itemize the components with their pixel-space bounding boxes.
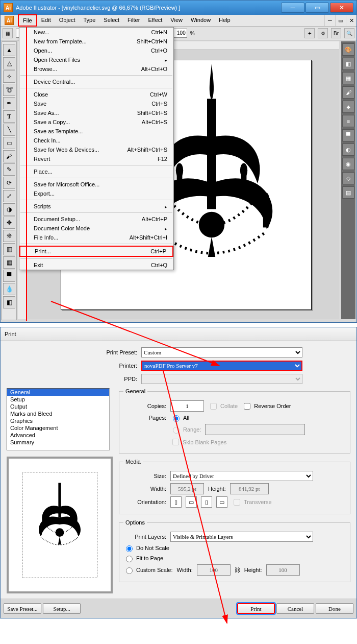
menu-edit[interactable]: Edit: [37, 15, 55, 26]
menu-item-print[interactable]: Print...Ctrl+P: [19, 246, 173, 257]
orientation-landscape-right-icon[interactable]: ▭: [216, 496, 227, 508]
section-setup[interactable]: Setup: [7, 396, 109, 403]
media-size-select[interactable]: Defined by Driver: [170, 471, 313, 481]
magic-wand-tool-icon[interactable]: ✧: [3, 70, 15, 83]
menu-item-revert[interactable]: RevertF12: [19, 154, 173, 163]
selection-tool-icon[interactable]: ▲: [3, 44, 15, 56]
menu-object[interactable]: Object: [55, 15, 80, 26]
transparency-panel-icon[interactable]: ◐: [342, 144, 354, 156]
menu-item-check-in[interactable]: Check In...: [19, 136, 173, 145]
section-output[interactable]: Output: [7, 403, 109, 410]
mdi-restore-button[interactable]: ▭: [335, 15, 346, 26]
printer-select[interactable]: novaPDF Pro Server v7: [141, 361, 302, 371]
symbol-sprayer-tool-icon[interactable]: ❊: [3, 230, 15, 242]
menu-effect[interactable]: Effect: [144, 15, 166, 26]
menu-item-browse[interactable]: Browse...Alt+Ctrl+O: [19, 64, 173, 74]
cancel-button[interactable]: Cancel: [276, 603, 314, 614]
symbols-panel-icon[interactable]: ♣: [342, 101, 354, 113]
menu-item-document-setup[interactable]: Document Setup...Alt+Ctrl+P: [19, 214, 173, 224]
print-preset-select[interactable]: Custom: [141, 347, 302, 357]
brushes-panel-icon[interactable]: 🖌: [342, 86, 354, 99]
menu-item-save-as-template[interactable]: Save as Template...: [19, 127, 173, 136]
section-advanced[interactable]: Advanced: [7, 432, 109, 439]
free-transform-tool-icon[interactable]: ✥: [3, 217, 15, 229]
menu-item-new[interactable]: New...Ctrl+N: [19, 28, 173, 37]
menu-item-document-color-mode[interactable]: Document Color Mode: [19, 224, 173, 233]
lasso-tool-icon[interactable]: ➰: [3, 84, 15, 96]
menu-file[interactable]: File: [18, 14, 37, 27]
appearance-panel-icon[interactable]: ◉: [342, 158, 354, 170]
color-guide-panel-icon[interactable]: ◧: [342, 58, 354, 70]
orientation-landscape-left-icon[interactable]: ▭: [186, 496, 197, 508]
pen-tool-icon[interactable]: ✒: [3, 97, 15, 109]
gradient-tool-icon[interactable]: ▀: [3, 270, 15, 282]
section-marks-and-bleed[interactable]: Marks and Bleed: [7, 410, 109, 417]
copies-input[interactable]: [170, 400, 204, 412]
menu-item-place[interactable]: Place...: [19, 167, 173, 176]
menu-item-open-recent-files[interactable]: Open Recent Files: [19, 55, 173, 64]
rotate-tool-icon[interactable]: ⟳: [3, 177, 15, 189]
menu-item-save-for-microsoft-office[interactable]: Save for Microsoft Office...: [19, 180, 173, 189]
stroke-panel-icon[interactable]: ≡: [342, 115, 354, 127]
menu-item-save-a-copy[interactable]: Save a Copy...Alt+Ctrl+S: [19, 117, 173, 127]
minimize-button[interactable]: ─: [281, 3, 304, 13]
eyedropper-tool-icon[interactable]: 💧: [3, 283, 15, 295]
graph-tool-icon[interactable]: ▥: [3, 243, 15, 255]
link-icon[interactable]: ⛓: [235, 567, 240, 573]
custom-scale-radio[interactable]: [126, 567, 133, 574]
paintbrush-tool-icon[interactable]: 🖌: [3, 150, 15, 162]
scale-tool-icon[interactable]: ⤢: [3, 190, 15, 202]
menu-item-file-info[interactable]: File Info...Alt+Shift+Ctrl+I: [19, 233, 173, 242]
color-panel-icon[interactable]: 🎨: [342, 43, 354, 56]
rectangle-tool-icon[interactable]: ▭: [3, 137, 15, 149]
search-icon[interactable]: 🔍: [344, 28, 354, 38]
menu-window[interactable]: Window: [187, 15, 215, 26]
layers-panel-icon[interactable]: ▤: [342, 186, 354, 199]
section-summary[interactable]: Summary: [7, 439, 109, 446]
maximize-button[interactable]: ▭: [305, 3, 329, 13]
menu-item-save-as[interactable]: Save As...Shift+Ctrl+S: [19, 108, 173, 117]
menu-item-open[interactable]: Open...Ctrl+O: [19, 46, 173, 55]
blend-tool-icon[interactable]: ◧: [3, 296, 15, 308]
go-to-bridge-icon[interactable]: Br: [331, 28, 341, 38]
menu-select[interactable]: Select: [99, 15, 123, 26]
swatches-panel-icon[interactable]: ▦: [342, 72, 354, 84]
mdi-minimize-button[interactable]: ─: [324, 15, 335, 26]
type-tool-icon[interactable]: T: [3, 110, 15, 123]
save-preset-button[interactable]: Save Preset...: [4, 603, 41, 614]
print-section-list[interactable]: GeneralSetupOutputMarks and BleedGraphic…: [7, 388, 110, 450]
section-graphics[interactable]: Graphics: [7, 417, 109, 424]
setup-button[interactable]: Setup...: [43, 603, 81, 614]
mesh-tool-icon[interactable]: ▦: [3, 256, 15, 269]
preferences-icon[interactable]: ⚙: [318, 28, 328, 38]
menu-type[interactable]: Type: [80, 15, 100, 26]
section-color-management[interactable]: Color Management: [7, 424, 109, 432]
menu-item-export[interactable]: Export...: [19, 189, 173, 198]
menu-item-new-from-template[interactable]: New from Template...Shift+Ctrl+N: [19, 37, 173, 46]
direct-selection-tool-icon[interactable]: △: [3, 57, 15, 69]
done-button[interactable]: Done: [316, 603, 353, 614]
orientation-portrait-down-icon[interactable]: ▯: [201, 496, 212, 508]
reverse-order-checkbox[interactable]: [244, 403, 250, 410]
print-button[interactable]: Print: [237, 603, 275, 614]
mdi-close-button[interactable]: ✕: [346, 15, 356, 26]
menu-help[interactable]: Help: [215, 15, 235, 26]
graphic-styles-panel-icon[interactable]: ◇: [342, 172, 354, 184]
pencil-tool-icon[interactable]: ✎: [3, 163, 15, 176]
close-button[interactable]: ✕: [330, 3, 353, 13]
fit-to-page-radio[interactable]: [126, 556, 133, 562]
menu-view[interactable]: View: [166, 15, 187, 26]
warp-tool-icon[interactable]: ◑: [3, 203, 15, 216]
document-setup-icon[interactable]: ✦: [304, 28, 315, 38]
menu-item-save[interactable]: SaveCtrl+S: [19, 99, 173, 108]
section-general[interactable]: General: [7, 389, 109, 396]
print-layers-select[interactable]: Visible & Printable Layers: [170, 532, 313, 542]
menu-filter[interactable]: Filter: [123, 15, 144, 26]
menu-item-save-for-web-devices[interactable]: Save for Web & Devices...Alt+Shift+Ctrl+…: [19, 145, 173, 154]
pages-all-radio[interactable]: [173, 415, 180, 422]
menu-item-exit[interactable]: ExitCtrl+Q: [19, 260, 173, 270]
do-not-scale-radio[interactable]: [126, 545, 133, 552]
menu-item-device-central[interactable]: Device Central...: [19, 77, 173, 86]
menu-item-close[interactable]: CloseCtrl+W: [19, 90, 173, 99]
line-tool-icon[interactable]: ╲: [3, 124, 15, 136]
